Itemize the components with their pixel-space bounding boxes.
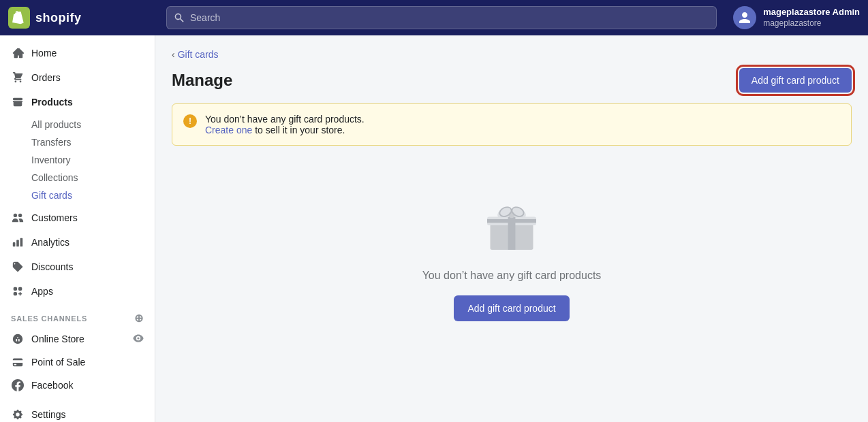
- products-submenu: All products Transfers Inventory Collect…: [0, 114, 155, 206]
- breadcrumb-arrow: ‹: [172, 49, 175, 60]
- sidebar-subitem-transfers[interactable]: Transfers: [0, 133, 155, 151]
- discounts-icon: [11, 260, 25, 274]
- discounts-label: Discounts: [31, 261, 73, 272]
- sales-channels-section: SALES CHANNELS ⊕: [0, 304, 155, 327]
- sidebar-subitem-gift-cards[interactable]: Gift cards: [0, 186, 155, 204]
- logo-area: shopify: [8, 7, 158, 29]
- empty-state: You don’t have any gift card products Ad…: [172, 167, 852, 348]
- top-nav: shopify Search mageplazastore Admin mage…: [0, 0, 868, 35]
- user-info: mageplazastore Admin mageplazastore: [763, 7, 860, 29]
- sidebar-item-analytics[interactable]: Analytics: [0, 230, 155, 255]
- online-store-icon: [11, 332, 25, 346]
- sidebar-item-customers[interactable]: Customers: [0, 206, 155, 230]
- orders-label: Orders: [31, 72, 61, 83]
- empty-state-text: You don’t have any gift card products: [422, 270, 602, 282]
- products-icon: [11, 95, 25, 109]
- gift-icon-large: [481, 195, 542, 256]
- apps-label: Apps: [31, 286, 53, 297]
- sidebar-subitem-all-products[interactable]: All products: [0, 116, 155, 133]
- search-placeholder: Search: [190, 12, 220, 23]
- home-label: Home: [31, 48, 57, 59]
- sidebar-subitem-collections[interactable]: Collections: [0, 169, 155, 186]
- pos-icon: [11, 355, 25, 369]
- add-gift-card-product-button-top[interactable]: Add gift card product: [739, 68, 852, 93]
- eye-icon[interactable]: [133, 333, 144, 346]
- add-gift-card-product-button-center[interactable]: Add gift card product: [454, 295, 569, 321]
- online-store-label: Online Store: [31, 334, 84, 344]
- create-one-link[interactable]: Create one: [205, 125, 252, 135]
- shopify-logo-icon: [8, 7, 30, 29]
- orders-icon: [11, 71, 25, 84]
- sidebar-item-apps[interactable]: Apps: [0, 279, 155, 304]
- warning-content: You don’t have any gift card products. C…: [205, 114, 365, 135]
- breadcrumb-text[interactable]: Gift cards: [178, 49, 219, 60]
- warning-banner: ! You don’t have any gift card products.…: [172, 103, 852, 146]
- warning-text: You don’t have any gift card products. C…: [205, 114, 365, 135]
- search-icon: [174, 12, 185, 23]
- search-bar[interactable]: Search: [166, 6, 717, 29]
- products-label: Products: [31, 97, 73, 108]
- sidebar-item-online-store[interactable]: Online Store: [0, 327, 155, 351]
- avatar: [733, 6, 756, 29]
- user-area[interactable]: mageplazastore Admin mageplazastore: [733, 6, 860, 29]
- warning-title: You don’t have any gift card products.: [205, 114, 365, 125]
- sidebar-item-point-of-sale[interactable]: Point of Sale: [0, 351, 155, 374]
- customers-icon: [11, 211, 25, 225]
- sidebar-item-discounts[interactable]: Discounts: [0, 255, 155, 279]
- main-layout: Home Orders Products All products Transf…: [0, 35, 868, 422]
- warning-icon: !: [183, 114, 197, 128]
- user-name: mageplazastore Admin: [763, 7, 860, 18]
- settings-label: Settings: [31, 409, 66, 420]
- analytics-icon: [11, 236, 25, 249]
- analytics-label: Analytics: [31, 237, 69, 248]
- facebook-icon: [11, 378, 25, 392]
- main-content: ‹ Gift cards Manage Add gift card produc…: [155, 35, 868, 422]
- svg-rect-3: [487, 219, 536, 223]
- sidebar-item-orders[interactable]: Orders: [0, 65, 155, 90]
- facebook-label: Facebook: [31, 380, 73, 391]
- page-header: Manage Add gift card product: [172, 68, 852, 93]
- page-title: Manage: [172, 71, 232, 90]
- customers-label: Customers: [31, 212, 78, 223]
- sales-channels-label: SALES CHANNELS: [11, 314, 87, 323]
- sidebar-item-facebook[interactable]: Facebook: [0, 374, 155, 397]
- sidebar: Home Orders Products All products Transf…: [0, 35, 155, 422]
- apps-icon: [11, 285, 25, 298]
- warning-suffix: to sell it in your store.: [252, 125, 345, 135]
- add-sales-channel-icon[interactable]: ⊕: [134, 312, 144, 325]
- user-store: mageplazastore: [763, 18, 860, 29]
- home-icon: [11, 46, 25, 60]
- sidebar-item-settings[interactable]: Settings: [0, 402, 155, 422]
- sidebar-subitem-inventory[interactable]: Inventory: [0, 151, 155, 169]
- sidebar-item-products[interactable]: Products: [0, 90, 155, 114]
- sidebar-item-home[interactable]: Home: [0, 41, 155, 65]
- breadcrumb[interactable]: ‹ Gift cards: [172, 49, 852, 60]
- pos-label: Point of Sale: [31, 357, 85, 368]
- settings-icon: [11, 408, 25, 421]
- logo-text: shopify: [35, 11, 82, 25]
